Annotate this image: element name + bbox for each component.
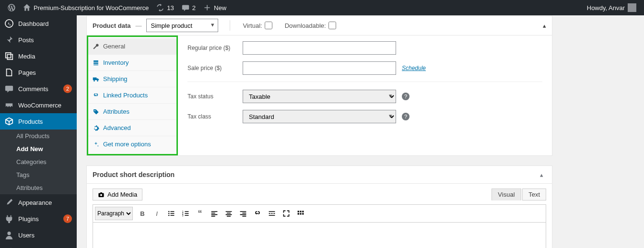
help-icon[interactable]: ? [402,93,410,100]
menu-users-label: Users [18,232,72,239]
svg-rect-17 [300,211,301,212]
updates[interactable]: 13 [152,0,177,15]
updates-count: 13 [167,4,174,12]
regular-price-input[interactable] [243,41,396,55]
virtual-checkbox[interactable] [265,22,272,29]
fullscreen-button[interactable] [280,207,293,220]
toggle-product-data[interactable]: ▴ [543,22,546,29]
tab-general[interactable]: General [87,38,177,55]
editor-tab-text[interactable]: Text [522,189,546,201]
align-left-button[interactable] [208,207,221,220]
avatar [628,3,636,12]
comments-bubble[interactable]: 2 [178,0,199,15]
menu-posts[interactable]: Posts [0,32,77,48]
tab-inventory[interactable]: Inventory [87,55,177,71]
virtual-toggle[interactable]: Virtual: [243,22,272,29]
fullscreen-icon [282,210,290,217]
menu-tools[interactable]: Tools [0,243,77,248]
tax-class-select[interactable]: Standard [243,110,396,123]
menu-appearance[interactable]: Appearance [0,194,77,211]
tab-linked-products[interactable]: Linked Products [87,87,177,104]
sub-tags[interactable]: Tags [0,168,77,181]
schedule-link[interactable]: Schedule [402,65,426,71]
tab-advanced[interactable]: Advanced [87,120,177,136]
align-center-button[interactable] [222,207,235,220]
plugins-badge: 7 [63,214,72,223]
help-icon[interactable]: ? [402,113,410,120]
downloadable-label: Downloadable: [285,22,326,29]
pin-icon [5,35,13,44]
downloadable-toggle[interactable]: Downloadable: [285,22,336,29]
ol-icon: 123 [182,210,189,217]
menu-dashboard[interactable]: Dashboard [0,15,77,32]
menu-plugins[interactable]: Plugins 7 [0,211,77,227]
italic-button[interactable]: I [150,207,164,220]
tag-icon [93,108,99,115]
toolbar-toggle-button[interactable] [294,207,307,220]
site-name[interactable]: Premium-Subscription for WooCommerce [19,0,152,15]
format-select[interactable]: Paragraph [95,207,133,220]
svg-rect-20 [300,213,301,214]
menu-posts-label: Posts [18,36,72,44]
menu-media[interactable]: Media [0,48,77,64]
product-data-dash: — [135,22,141,29]
svg-point-10 [168,211,169,212]
tab-attributes[interactable]: Attributes [87,104,177,120]
tab-shipping[interactable]: Shipping [87,71,177,87]
inventory-icon [93,59,99,66]
svg-point-1 [7,232,11,235]
user-icon [5,231,13,239]
svg-point-12 [168,215,169,216]
blockquote-button[interactable]: “ [193,207,207,220]
toggle-short-desc[interactable]: ▴ [537,170,546,179]
menu-products[interactable]: Products [0,113,77,130]
new-content[interactable]: New [199,0,230,15]
camera-icon [98,191,105,198]
align-right-button[interactable] [236,207,250,220]
add-media-label: Add Media [107,191,137,198]
svg-rect-16 [298,211,299,212]
field-separator [187,82,542,82]
gear-icon [93,125,99,131]
menu-comments[interactable]: Comments 2 [0,81,77,97]
sale-price-input[interactable] [243,61,396,75]
product-type-select[interactable]: Simple product [146,19,218,32]
sub-attributes[interactable]: Attributes [0,181,77,194]
wp-logo[interactable] [4,0,19,15]
align-left-icon [211,210,218,217]
virtual-label: Virtual: [243,22,262,29]
bullet-list-button[interactable] [164,207,178,220]
insert-more-button[interactable] [265,207,279,220]
regular-price-label: Regular price ($) [187,45,243,51]
menu-pages[interactable]: Pages [0,64,77,81]
wrench-icon [93,43,99,50]
comments-badge: 2 [63,84,72,93]
sub-add-new[interactable]: Add New [0,142,77,155]
number-list-button[interactable]: 123 [179,207,192,220]
tax-status-select[interactable]: Taxable [243,90,396,103]
comments-count-bar: 2 [192,4,196,12]
tax-class-label: Tax class [187,113,243,120]
menu-woocommerce[interactable]: WooCommerce [0,97,77,113]
menu-plugins-label: Plugins [18,215,59,223]
editor-toolbar: Paragraph B I 123 “ [93,204,546,222]
sub-categories[interactable]: Categories [0,155,77,168]
plugin-icon [5,214,13,223]
editor-content-area[interactable] [93,222,546,248]
my-account[interactable]: Howdy, Anvar [583,0,640,15]
menu-appearance-label: Appearance [18,199,72,206]
menu-users[interactable]: Users [0,227,77,243]
product-tabs-highlight: General Inventory Shipping Linked Produc… [87,35,178,155]
sub-all-products[interactable]: All Products [0,130,77,142]
bold-button[interactable]: B [136,207,149,220]
downloadable-checkbox[interactable] [328,22,336,29]
kitchensink-icon [297,210,304,217]
insert-link-button[interactable] [251,207,264,220]
tab-get-more[interactable]: Get more options [87,136,177,152]
add-media-button[interactable]: Add Media [93,189,142,201]
align-right-icon [239,210,247,217]
svg-point-6 [94,80,95,82]
divider [230,20,230,31]
editor-tab-visual[interactable]: Visual [492,189,521,201]
tab-attributes-label: Attributes [103,108,129,115]
